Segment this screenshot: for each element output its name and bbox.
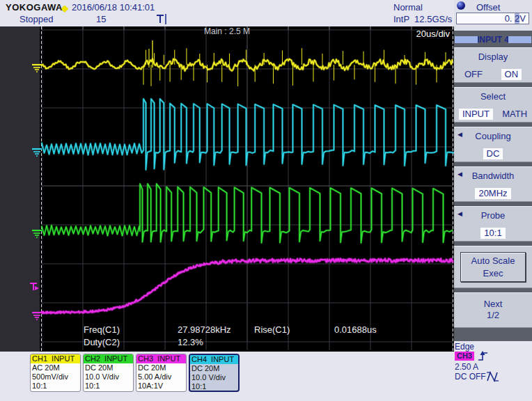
- trigger-type-label: Edge: [455, 342, 474, 352]
- channel-box-ch2[interactable]: CH2 INPUT DC 20M 10.0 V/div 10:1: [83, 354, 134, 392]
- menu-title: INPUT 4: [454, 35, 532, 45]
- soft-menu-sidebar: Offset 0. 2V INPUT 4 Display OFF ON Sele…: [454, 0, 532, 341]
- record-length-label: Main : 2.5 M: [0, 26, 454, 36]
- offset-value-prefix: 0.: [505, 13, 515, 24]
- offset-label: Offset: [476, 2, 500, 13]
- display-on-option[interactable]: ON: [501, 69, 522, 80]
- probe-title: Probe: [454, 210, 532, 221]
- measurement-freq-value: 27.98728kHz: [178, 324, 231, 335]
- knob-indicator-icon: [457, 1, 465, 10]
- select-title: Select: [454, 91, 532, 102]
- channel-coupling-ch4: DC 20M: [190, 364, 238, 373]
- offset-section: Offset 0. 2V: [454, 0, 532, 31]
- header-bar: YOKOGAWA ◆ 2016/06/18 10:41:01 Stopped 1…: [0, 0, 454, 26]
- menu-title-bar-right: [508, 36, 531, 43]
- channel-probe-ch3: 10A:1V: [136, 382, 186, 391]
- autoscale-exec-label: Exec: [483, 268, 503, 278]
- autoscale-label: Auto Scale: [471, 255, 515, 266]
- next-page-panel[interactable]: Next 1/2: [454, 292, 532, 328]
- channel-header-ch4: CH4 INPUT: [190, 355, 238, 364]
- measurement-duty-label: Duty(C2): [84, 337, 120, 347]
- select-panel[interactable]: Select INPUT MATH: [454, 87, 532, 123]
- channel-probe-ch2: 10:1: [84, 382, 133, 391]
- record-indicator-icon: ◆: [61, 3, 68, 13]
- datetime-label: 2016/06/18 10:41:01: [72, 2, 155, 13]
- channel-header-ch3: CH3 INPUT: [136, 354, 186, 363]
- coupling-value[interactable]: DC: [483, 148, 503, 159]
- menu-title-text: INPUT 4: [477, 35, 509, 45]
- chevron-left-icon: ◀: [457, 171, 462, 178]
- channel-box-ch1[interactable]: CH1 INPUT AC 20M 500mV/div 10:1: [30, 354, 81, 392]
- trigger-mode-label: Normal: [393, 2, 423, 13]
- channel-coupling-ch2: DC 20M: [84, 363, 133, 372]
- channel-header-ch2: CH2 INPUT: [84, 354, 133, 363]
- autoscale-exec-button[interactable]: Auto Scale Exec: [460, 252, 526, 282]
- trigger-level-label: 2.50 A: [455, 362, 478, 372]
- measurement-duty-value: 12.3%: [178, 337, 203, 347]
- select-math-option[interactable]: MATH: [502, 109, 527, 119]
- probe-value[interactable]: 10:1: [480, 228, 505, 239]
- bandwidth-value[interactable]: 20MHz: [475, 188, 510, 199]
- next-page-number: 1/2: [487, 310, 499, 320]
- measurement-rise-label: Rise(C1): [254, 324, 290, 335]
- next-label: Next: [484, 299, 503, 309]
- probe-panel[interactable]: ◀ Probe 10:1: [454, 206, 532, 242]
- chevron-left-icon: ◀: [457, 131, 462, 138]
- channel-coupling-ch3: DC 20M: [136, 363, 186, 372]
- waveform-display: Main : 2.5 M 20us/div Freq(C1) 27.98728k…: [0, 26, 454, 352]
- waveform-canvas: [0, 26, 454, 352]
- channel-probe-ch1: 10:1: [31, 382, 80, 391]
- offset-value-unit: V: [519, 13, 526, 24]
- display-title: Display: [454, 52, 532, 62]
- trigger-info-block: Edge CH3 2.50 A DC OFF: [454, 342, 532, 401]
- menu-title-bar-left: [455, 36, 478, 43]
- display-off-option[interactable]: OFF: [464, 69, 483, 79]
- bandwidth-title: Bandwidth: [454, 171, 532, 181]
- trigger-position-icon: [155, 13, 169, 25]
- autoscale-panel: Auto Scale Exec: [454, 246, 532, 288]
- oscilloscope-screen: YOKOGAWA ◆ 2016/06/18 10:41:01 Stopped 1…: [0, 0, 532, 401]
- rising-edge-icon: [477, 349, 489, 362]
- channel-probe-ch4: 10:1: [190, 382, 238, 391]
- coupling-title: Coupling: [454, 131, 532, 141]
- timebase-label: 20us/div: [416, 29, 450, 39]
- channel-box-ch4[interactable]: CH4 INPUT DC 20M 10.0 V/div 10:1: [189, 354, 240, 392]
- offset-value-field[interactable]: 0. 2V: [456, 13, 529, 24]
- acquisition-count: 15: [96, 14, 106, 24]
- chevron-left-icon: ◀: [457, 210, 462, 217]
- noise-reject-icon: [486, 370, 500, 383]
- bandwidth-panel[interactable]: ◀ Bandwidth 20MHz: [454, 166, 532, 202]
- measurement-rise-value: 0.01688us: [334, 324, 377, 335]
- channel-coupling-ch1: AC 20M: [31, 363, 80, 372]
- coupling-panel[interactable]: ◀ Coupling DC: [454, 127, 532, 162]
- channel-header-ch1: CH1 INPUT: [31, 354, 80, 363]
- channel-scale-ch1: 500mV/div: [31, 372, 80, 382]
- channel-box-ch3[interactable]: CH3 INPUT DC 20M 5.00 A/div 10A:1V: [136, 354, 187, 392]
- acquisition-status: Stopped: [19, 14, 53, 24]
- trigger-source-badge: CH3: [455, 352, 474, 361]
- channel-scale-ch4: 10.0 V/div: [190, 373, 238, 382]
- trigger-coupling-label: DC OFF: [455, 372, 486, 382]
- channel-scale-ch2: 10.0 V/div: [84, 372, 133, 382]
- select-input-option[interactable]: INPUT: [459, 109, 493, 120]
- measurement-freq-label: Freq(C1): [84, 324, 120, 335]
- channel-scale-ch3: 5.00 A/div: [136, 372, 186, 382]
- display-panel[interactable]: Display OFF ON: [454, 47, 532, 83]
- sampling-rate-label: IntP 12.5GS/s: [393, 14, 452, 24]
- brand-logo: YOKOGAWA: [6, 2, 63, 13]
